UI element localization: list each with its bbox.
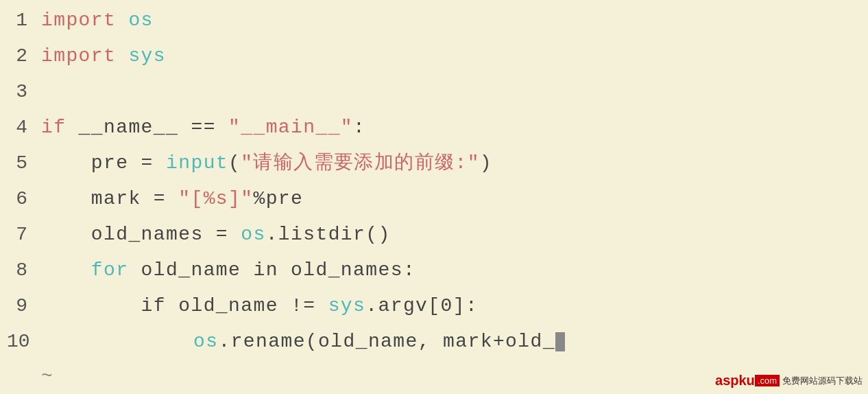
line-number: 7: [7, 220, 41, 249]
line-content: for old_name in old_names:: [41, 255, 415, 285]
line-number: 4: [7, 113, 41, 142]
code-line: 8 for old_name in old_names:: [0, 255, 868, 291]
code-line: 1import os: [0, 5, 868, 41]
line-number: 1: [7, 5, 41, 35]
line-content: mark = "[%s]"%pre: [41, 184, 303, 213]
line-content: os.rename(old_name, mark+old_: [44, 327, 565, 356]
line-content: pre = input("请输入需要添加的前缀:"): [41, 148, 492, 178]
code-line: 6 mark = "[%s]"%pre: [0, 184, 868, 220]
line-content: if old_name != sys.argv[0]:: [41, 291, 478, 321]
line-number: 6: [7, 184, 41, 213]
line-number: 9: [7, 291, 41, 321]
line-number: 8: [7, 255, 41, 285]
code-line: 4if __name__ == "__main__":: [0, 113, 868, 148]
code-line: 3: [0, 77, 868, 113]
code-line: 5 pre = input("请输入需要添加的前缀:"): [0, 148, 868, 184]
line-content: old_names = os.listdir(): [41, 220, 391, 249]
cursor: [555, 332, 565, 351]
watermark-aspku: asp: [715, 373, 738, 389]
line-number: 2: [7, 41, 41, 71]
code-container: 1import os2import sys34if __name__ == "_…: [0, 0, 868, 394]
code-line: 10 os.rename(old_name, mark+old_: [0, 327, 868, 362]
code-line: 7 old_names = os.listdir(): [0, 220, 868, 255]
line-number: 3: [7, 77, 41, 106]
code-line: 9 if old_name != sys.argv[0]:: [0, 291, 868, 327]
line-content: import os: [41, 5, 154, 35]
watermark: aspku.com 免费网站源码下载站: [715, 373, 863, 389]
line-number: 10: [7, 327, 44, 356]
line-number: 5: [7, 148, 41, 178]
line-content: if __name__ == "__main__":: [41, 113, 365, 142]
code-line: 2import sys: [0, 41, 868, 77]
line-content: import sys: [41, 41, 166, 71]
watermark-subtitle: 免费网站源码下载站: [782, 375, 863, 387]
